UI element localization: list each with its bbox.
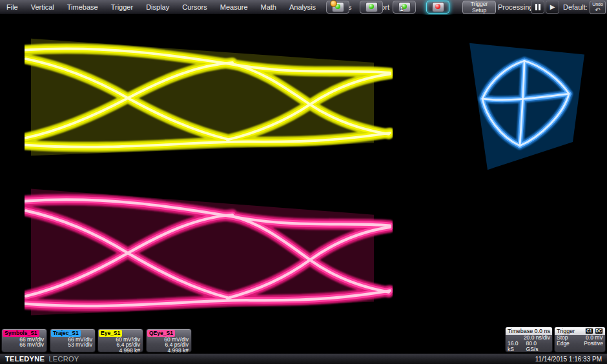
red-lamp-icon (435, 4, 440, 9)
status-bar: TELEDYNE LECROY 11/14/2015 1:16:33 PM (0, 353, 607, 364)
value-row: 4.998 k# (116, 348, 140, 353)
brand-teledyne: TELEDYNE (5, 355, 45, 363)
trigger-single-button[interactable]: 1 (393, 1, 416, 14)
scope-normal-icon (365, 2, 378, 12)
processing-label: Processing: (498, 0, 535, 15)
menu-cursors[interactable]: Cursors (176, 0, 214, 15)
undo-arrow-icon: ↶ (595, 7, 600, 13)
descriptor-eye-s1[interactable]: Eye_S1 60 mV/div 6.4 ps/div 4.998 k# (98, 329, 143, 352)
trigger-setup-button[interactable]: Trigger Setup (462, 1, 496, 14)
trigger-normal-button[interactable] (360, 1, 383, 14)
brand-lecroy: LECROY (48, 355, 79, 363)
menu-file[interactable]: File (0, 0, 25, 15)
trigger-source-badge: C1 (585, 328, 593, 334)
trigger-badges: C1 DC (584, 328, 603, 334)
menu-timebase[interactable]: Timebase (61, 0, 105, 15)
eye-diagram-yellow[interactable] (25, 34, 393, 160)
value-row: 4.998 k# (164, 348, 189, 353)
timebase-rate: 80.0 GS/s (526, 341, 550, 352)
descriptor-values: 66 mV/div 66 mV/div (19, 337, 44, 348)
trigger-type-row: Edge Positive (555, 341, 605, 347)
green-lamp-icon (369, 4, 374, 9)
menu-display[interactable]: Display (139, 0, 176, 15)
menu-analysis[interactable]: Analysis (283, 0, 322, 15)
trigger-coupling-badge: DC (595, 328, 603, 334)
timebase-sampling-row: 16.0 kS 80.0 GS/s (506, 341, 552, 352)
timebase-title: Timebase (508, 328, 533, 334)
trigger-title: Trigger (557, 328, 575, 334)
brand-logo: TELEDYNE LECROY (5, 355, 79, 363)
menu-vertical[interactable]: Vertical (25, 0, 61, 15)
trigger-auto-button[interactable] (326, 1, 349, 14)
pause-button[interactable] (531, 1, 544, 14)
menu-trigger[interactable]: Trigger (105, 0, 139, 15)
scope-single-icon: 1 (398, 2, 411, 12)
oscilloscope-app: File Vertical Timebase Trigger Display C… (0, 0, 607, 364)
value-row: 53 mV/div (68, 342, 92, 347)
default-label: Default: (563, 0, 588, 15)
trigger-box[interactable]: Trigger C1 DC Stop 0.0 mV Edge Positive (554, 327, 606, 352)
menu-math[interactable]: Math (254, 0, 283, 15)
scope-auto-icon (332, 2, 344, 12)
eye-diagram-pink[interactable] (25, 183, 393, 320)
descriptor-values: 66 mV/div 53 mV/div (68, 337, 92, 348)
descriptor-symbols-s1[interactable]: Symbols_S1 66 mV/div 66 mV/div (1, 329, 47, 352)
scope-stop-icon (432, 2, 444, 12)
menubar: File Vertical Timebase Trigger Display C… (0, 0, 607, 15)
play-icon: ▶ (550, 4, 555, 10)
timebase-box[interactable]: Timebase 0.0 ns 20.0 ns/div 16.0 kS 80.0… (505, 327, 553, 352)
trigger-slope: Positive (584, 341, 603, 347)
undo-button[interactable]: Undo ↶ (590, 1, 606, 14)
trigger-type: Edge (557, 341, 570, 347)
trigger-setup-line2: Setup (463, 8, 495, 14)
timebase-samples: 16.0 kS (508, 341, 526, 352)
descriptor-trajec-s1[interactable]: Trajec_S1 66 mV/div 53 mV/div (50, 329, 96, 352)
display-area (0, 15, 607, 353)
descriptor-values: 60 mV/div 6.4 ps/div 4.998 k# (116, 337, 140, 353)
trajectory-diagram-blue[interactable] (462, 35, 591, 175)
descriptor-values: 60 mV/div 6.4 ps/div 4.998 k# (164, 337, 189, 353)
play-button[interactable]: ▶ (546, 1, 559, 14)
datetime-label: 11/14/2015 1:16:33 PM (535, 356, 602, 363)
pause-icon (535, 1, 541, 13)
descriptor-qeye-s1[interactable]: QEye_S1 60 mV/div 6.4 ps/div 4.998 k# (146, 329, 192, 352)
single-digit-label: 1 (400, 6, 404, 12)
trigger-stop-button[interactable] (426, 1, 449, 14)
value-row: 66 mV/div (19, 342, 44, 347)
timebase-offset: 0.0 ns (534, 328, 550, 334)
clock-icon (330, 0, 337, 7)
trajectory-diagram-blue-svg (462, 35, 591, 175)
eye-diagram-pink-svg (25, 183, 393, 320)
menu-measure[interactable]: Measure (214, 0, 254, 15)
eye-diagram-yellow-svg (25, 34, 393, 160)
